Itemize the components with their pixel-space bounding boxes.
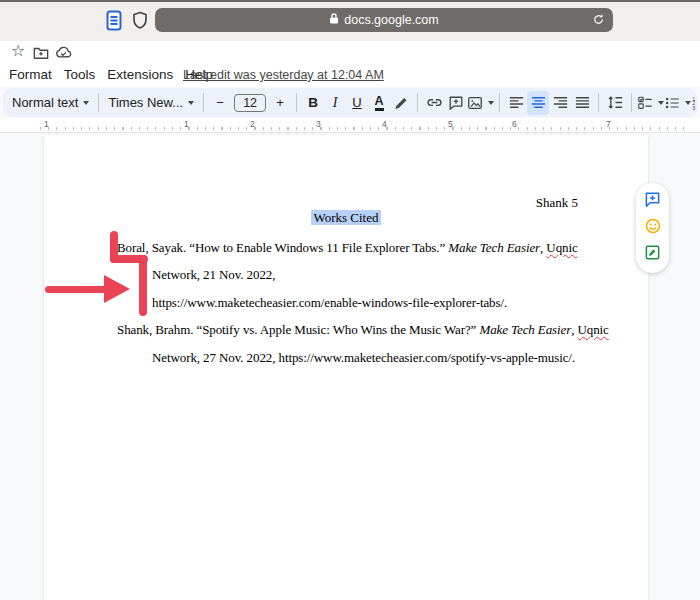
font-selector[interactable]: Times New... <box>104 91 198 115</box>
paragraph-style-selector[interactable]: Normal text <box>8 91 93 115</box>
document-page[interactable]: Shank 5 Works Cited Boral, Sayak. “How t… <box>44 135 648 600</box>
window-top-edge <box>0 0 700 2</box>
selected-title-text[interactable]: Works Cited <box>311 210 380 225</box>
comment-add-icon <box>644 191 661 208</box>
bold-button[interactable]: B <box>302 91 324 115</box>
url-text: docs.google.com <box>344 13 439 27</box>
chevron-down-icon <box>83 101 89 105</box>
suggest-edits-button[interactable] <box>644 244 661 265</box>
insert-image-button[interactable] <box>467 91 494 115</box>
ruler-number: 6 <box>512 119 517 129</box>
docs-header: ☆ Format Tools Extensions Help Last edit… <box>0 41 700 87</box>
toolbar-divider <box>417 93 418 112</box>
misspelled-word: Uqnic <box>546 240 577 255</box>
align-left-icon <box>508 94 525 111</box>
justify-button[interactable] <box>571 91 593 115</box>
line-spacing-icon <box>607 94 624 111</box>
browser-chrome: docs.google.com <box>0 0 700 42</box>
align-right-icon <box>552 94 569 111</box>
lock-icon <box>329 12 339 28</box>
bulleted-list-button[interactable] <box>664 91 691 115</box>
align-right-button[interactable] <box>549 91 571 115</box>
star-icon[interactable]: ☆ <box>11 43 25 59</box>
text-color-button[interactable]: A <box>368 91 390 115</box>
refresh-icon[interactable] <box>591 12 606 30</box>
toolbar-divider <box>296 93 297 112</box>
ruler-number: 1 <box>44 119 49 129</box>
checklist-icon <box>637 95 653 111</box>
align-left-button[interactable] <box>505 91 527 115</box>
misspelled-word: Uqnic <box>578 322 609 337</box>
citation-line[interactable]: Boral, Sayak. “How to Enable Windows 11 … <box>117 240 578 256</box>
annotation-arrow-head <box>104 275 130 303</box>
numbered-list-icon: 123 <box>691 95 697 111</box>
menu-tools[interactable]: Tools <box>58 67 102 82</box>
checklist-button[interactable] <box>637 91 664 115</box>
quick-actions-pill <box>636 183 669 273</box>
ruler-number: 4 <box>382 119 387 129</box>
ruler-ticks <box>40 127 686 130</box>
underline-button[interactable]: U <box>346 91 368 115</box>
comment-add-icon <box>448 95 464 111</box>
menu-format[interactable]: Format <box>3 67 58 82</box>
ruler[interactable]: 1 1 2 3 4 5 6 7 <box>0 118 700 133</box>
increase-font-size-button[interactable]: + <box>269 91 291 115</box>
address-bar[interactable]: docs.google.com <box>155 8 613 32</box>
toolbar-divider <box>203 93 204 112</box>
toolbar-divider <box>598 93 599 112</box>
highlight-color-button[interactable] <box>390 91 412 115</box>
toolbar-divider <box>499 93 500 112</box>
saved-status-cloud-icon[interactable] <box>55 45 72 63</box>
citation-line[interactable]: Network, 21 Nov. 2022, <box>152 267 275 283</box>
link-icon <box>426 94 443 111</box>
decrease-font-size-button[interactable]: − <box>209 91 231 115</box>
google-docs-window: docs.google.com ☆ Format Tools Extension… <box>0 0 700 600</box>
move-folder-icon[interactable] <box>33 45 49 64</box>
document-title-line[interactable]: Works Cited <box>44 210 648 226</box>
toolbar-divider <box>98 93 99 112</box>
align-justify-icon <box>574 94 591 111</box>
page-header-text[interactable]: Shank 5 <box>536 195 578 211</box>
add-emoji-reaction-button[interactable] <box>644 217 662 239</box>
highlighter-icon <box>393 94 410 111</box>
ruler-number: 7 <box>606 119 611 129</box>
add-comment-button[interactable] <box>644 191 661 212</box>
line-spacing-button[interactable] <box>604 91 626 115</box>
image-icon <box>467 95 483 111</box>
bulleted-list-icon <box>664 95 680 111</box>
formatting-toolbar: Normal text Times New... − 12 + B I U A <box>3 88 697 117</box>
citation-line[interactable]: Shank, Brahm. “Spotify vs. Apple Music: … <box>117 322 609 338</box>
insert-link-button[interactable] <box>423 91 445 115</box>
ruler-number: 5 <box>448 119 453 129</box>
chevron-down-icon <box>488 101 494 105</box>
ruler-number: 1 <box>184 119 189 129</box>
numbered-list-button[interactable]: 123 <box>691 91 697 115</box>
menu-extensions[interactable]: Extensions <box>101 67 179 82</box>
italic-button[interactable]: I <box>324 91 346 115</box>
citation-line[interactable]: https://www.maketecheasier.com/enable-wi… <box>152 295 507 311</box>
last-edit-link[interactable]: Last edit was yesterday at 12:04 AM <box>183 68 384 82</box>
chevron-down-icon <box>188 101 194 105</box>
toolbar-divider <box>631 93 632 112</box>
ruler-number: 3 <box>316 119 321 129</box>
privacy-shield-icon[interactable] <box>132 11 148 34</box>
emoji-smiley-icon <box>644 217 662 235</box>
document-icon[interactable] <box>106 10 122 35</box>
align-center-button[interactable] <box>527 91 549 115</box>
align-center-icon <box>530 94 547 111</box>
ruler-number: 2 <box>250 119 255 129</box>
annotation-arrow-shaft <box>45 286 107 293</box>
suggest-edit-icon <box>644 244 661 261</box>
annotation-bracket-line <box>139 255 147 316</box>
svg-text:3: 3 <box>692 104 695 110</box>
font-size-input[interactable]: 12 <box>234 94 266 112</box>
add-comment-button[interactable] <box>445 91 467 115</box>
citation-line[interactable]: Network, 27 Nov. 2022, https://www.maket… <box>152 350 575 366</box>
